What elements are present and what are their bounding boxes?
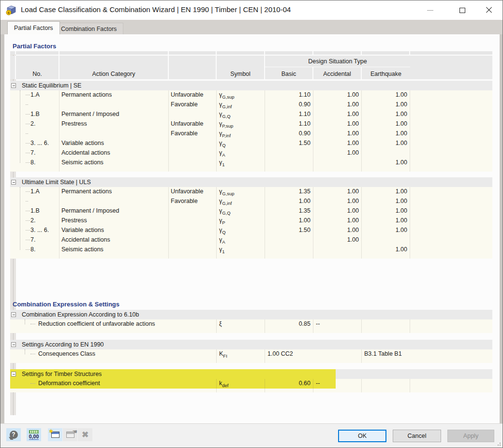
cell-earthquake[interactable]: 1.00 bbox=[362, 245, 410, 255]
minimize-button[interactable] bbox=[421, 0, 439, 20]
cell-earthquake[interactable]: 1.00 bbox=[362, 197, 410, 206]
collapse-toggle-icon[interactable] bbox=[11, 342, 16, 347]
tail-cell bbox=[10, 359, 16, 363]
header-accidental: Accidental bbox=[313, 67, 362, 79]
cell-action-category bbox=[59, 197, 169, 206]
cell-basic[interactable]: 1.10 bbox=[265, 110, 313, 119]
cell-accidental[interactable]: 1.00 bbox=[313, 119, 362, 129]
tail-cell bbox=[410, 389, 492, 392]
symbol-subscript: 1 bbox=[222, 162, 224, 167]
cell-earthquake[interactable]: 1.00 bbox=[362, 110, 410, 119]
collapse-toggle-icon[interactable] bbox=[11, 312, 16, 317]
cell-accidental[interactable]: 1.00 bbox=[313, 110, 362, 119]
resize-grip[interactable] bbox=[496, 441, 501, 446]
cell-basic[interactable]: 1.10 bbox=[265, 90, 313, 100]
cell-basic bbox=[265, 158, 313, 168]
cell-earthquake bbox=[362, 148, 410, 158]
cell-earthquake[interactable]: 1.00 bbox=[362, 226, 410, 235]
cell-earthquake[interactable]: 1.00 bbox=[362, 187, 410, 197]
cell-favorability[interactable]: Favorable bbox=[169, 129, 217, 139]
row-gutter bbox=[10, 245, 16, 255]
cell-blank bbox=[410, 187, 492, 197]
tab-partial-factors[interactable]: Partial Factors bbox=[7, 21, 60, 34]
cell-symbol: γ1 bbox=[217, 158, 265, 168]
cell-accidental[interactable]: 1.00 bbox=[313, 197, 362, 206]
cell-symbol: γP,inf bbox=[217, 129, 265, 139]
cell-basic[interactable]: 0.90 bbox=[265, 129, 313, 139]
cell-accidental[interactable]: 1.00 bbox=[313, 235, 362, 245]
cell-earthquake[interactable]: 1.00 bbox=[362, 90, 410, 100]
filter-strip-segment bbox=[10, 51, 16, 55]
cell-favorability[interactable]: Favorable bbox=[169, 197, 217, 206]
cell-earthquake[interactable]: 1.00 bbox=[362, 158, 410, 168]
symbol-subscript: FI bbox=[223, 353, 227, 359]
cell-action-category: Permanent actions bbox=[59, 90, 169, 100]
cell-favorability[interactable]: Unfavorable bbox=[169, 187, 217, 197]
tail-cell bbox=[410, 168, 492, 172]
cell-action-category: Variable actions bbox=[59, 226, 169, 235]
cell-accidental[interactable]: 1.00 bbox=[313, 226, 362, 235]
cell-basic[interactable]: 1.00 bbox=[265, 216, 313, 226]
cell-basic[interactable]: 0.90 bbox=[265, 100, 313, 110]
apply-button[interactable]: Apply bbox=[447, 430, 494, 442]
tail-cell bbox=[265, 255, 313, 259]
cell-favorability[interactable]: Favorable bbox=[169, 100, 217, 110]
ok-button[interactable]: OK bbox=[338, 430, 386, 442]
cell-favorability[interactable]: Unfavorable bbox=[169, 119, 217, 129]
maximize-button[interactable] bbox=[454, 0, 471, 20]
cell-value[interactable]: 0.60 bbox=[265, 379, 313, 389]
header-earthquake: Earthquake bbox=[362, 67, 410, 79]
collapse-toggle-icon[interactable] bbox=[11, 372, 16, 376]
collapse-toggle-icon[interactable] bbox=[11, 83, 16, 88]
tab-combination-factors[interactable]: Combination Factors bbox=[54, 23, 123, 34]
cell-basic[interactable]: 1.50 bbox=[265, 226, 313, 235]
cell-earthquake[interactable]: 1.00 bbox=[362, 100, 410, 110]
cell-value[interactable]: 1.00 CC2 bbox=[265, 349, 362, 359]
cell-favorability bbox=[169, 110, 217, 119]
cell-earthquake[interactable]: 1.00 bbox=[362, 129, 410, 139]
cell-basic[interactable]: 1.35 bbox=[265, 187, 313, 197]
cancel-button[interactable]: Cancel bbox=[393, 430, 441, 442]
cell-basic[interactable]: 1.50 bbox=[265, 139, 313, 148]
cell-accidental[interactable]: 1.00 bbox=[313, 206, 362, 216]
cell-accidental[interactable]: 1.00 bbox=[313, 100, 362, 110]
header-no: No. bbox=[16, 56, 59, 79]
import-settings-button[interactable]: ☚ bbox=[63, 428, 77, 441]
group-gap bbox=[10, 172, 492, 177]
cell-earthquake[interactable]: 1.00 bbox=[362, 139, 410, 148]
cell-blank bbox=[362, 319, 410, 329]
help-button[interactable] bbox=[6, 428, 21, 441]
cell-earthquake[interactable]: 1.00 bbox=[362, 206, 410, 216]
cell-basic[interactable]: 1.35 bbox=[265, 206, 313, 216]
tail-cell bbox=[313, 168, 362, 172]
group-settings-en1990: Settings According to EN 1990Consequence… bbox=[10, 340, 492, 363]
cell-earthquake[interactable]: 1.00 bbox=[362, 216, 410, 226]
cell-symbol: γQ bbox=[217, 226, 265, 235]
cell-symbol: γG,inf bbox=[217, 100, 265, 110]
cell-accidental[interactable]: 1.00 bbox=[313, 148, 362, 158]
cell-accidental[interactable]: 1.00 bbox=[313, 187, 362, 197]
symbol-subscript: P,sup bbox=[222, 123, 233, 129]
cell-basic[interactable]: 1.00 bbox=[265, 197, 313, 206]
cell-value[interactable]: 0.85 bbox=[265, 319, 313, 329]
group-title: Static Equilibrium | SE bbox=[10, 82, 81, 89]
cell-accidental[interactable]: 1.00 bbox=[313, 90, 362, 100]
group-combination-expression: Combination Expression According to 6.10… bbox=[10, 310, 492, 333]
new-entry-button[interactable]: ✶ bbox=[48, 428, 62, 441]
table-row: FavorableγP,inf0.901.001.00 bbox=[10, 129, 492, 139]
cell-accidental[interactable]: 1.00 bbox=[313, 129, 362, 139]
delete-button[interactable]: ✖ bbox=[78, 428, 92, 441]
cell-earthquake[interactable]: 1.00 bbox=[362, 119, 410, 129]
group-title: Settings According to EN 1990 bbox=[10, 341, 104, 348]
cell-favorability[interactable]: Unfavorable bbox=[169, 90, 217, 100]
cell-accidental[interactable]: 1.00 bbox=[313, 216, 362, 226]
cell-basic[interactable]: 1.10 bbox=[265, 119, 313, 129]
collapse-toggle-icon[interactable] bbox=[11, 180, 16, 185]
tail-cell bbox=[16, 359, 217, 363]
group-row: Static Equilibrium | SE bbox=[10, 81, 492, 90]
units-decimal-places-button[interactable]: 0,00 bbox=[27, 428, 41, 441]
group-rows: Reduction coefficient of unfavorable act… bbox=[10, 319, 492, 329]
close-button[interactable] bbox=[480, 0, 498, 20]
cell-accidental[interactable]: 1.00 bbox=[313, 139, 362, 148]
tail-cell bbox=[313, 389, 362, 392]
